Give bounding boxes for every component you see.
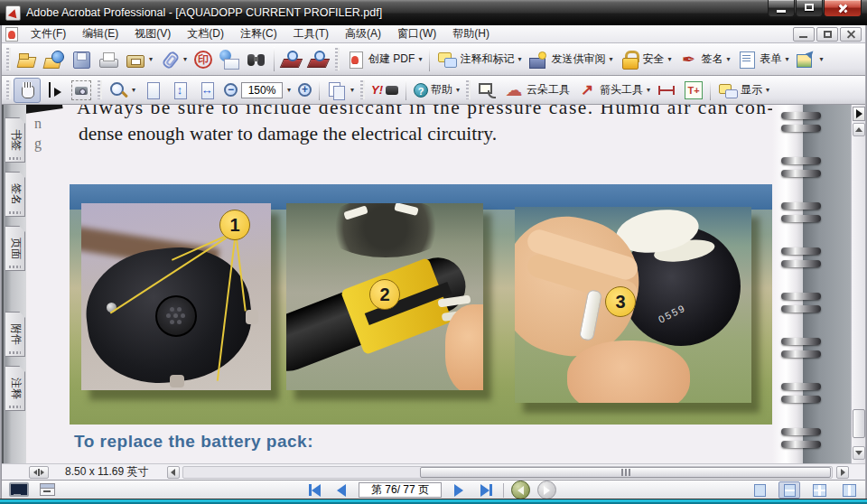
caret-down-icon: ▾: [132, 86, 135, 94]
splitter-bar: [38, 469, 40, 476]
toolbar-grip[interactable]: [6, 80, 11, 99]
email-button[interactable]: [216, 47, 243, 72]
last-page-button[interactable]: [476, 482, 496, 499]
help-button[interactable]: ?帮助▾: [410, 79, 463, 100]
tab-bookmarks[interactable]: 书签: [5, 117, 25, 163]
search-button[interactable]: [243, 47, 270, 72]
page-display-button[interactable]: ▾: [323, 78, 358, 103]
yahoo-search-button[interactable]: Y!: [368, 80, 402, 99]
create-pdf-button[interactable]: 创建 PDF▾: [342, 47, 425, 72]
open-button[interactable]: [14, 47, 41, 72]
secure-button[interactable]: 安全▾: [616, 47, 675, 72]
menu-document[interactable]: 文档(D): [180, 24, 231, 43]
scroll-down-button[interactable]: [853, 446, 865, 460]
callout-badge-1: 1: [219, 210, 250, 240]
export-button[interactable]: ▾: [792, 47, 826, 72]
toolbar-grip[interactable]: [466, 80, 471, 99]
single-page-layout-button[interactable]: [749, 481, 770, 499]
toolbar-grip[interactable]: [360, 80, 365, 99]
document-page-view[interactable]: Always be sure to include desiccant in t…: [26, 105, 851, 463]
horizontal-scroll-thumb[interactable]: [420, 467, 831, 478]
show-comments-button[interactable]: 显示▾: [714, 78, 773, 103]
doc-close-button[interactable]: [840, 27, 862, 42]
toolbar-grip[interactable]: [98, 80, 102, 99]
forms-button[interactable]: 表单▾: [733, 47, 792, 72]
comment-markup-button[interactable]: 注释和标记▾: [434, 47, 525, 72]
tab-comments[interactable]: 注释: [5, 366, 25, 411]
menu-file[interactable]: 文件(F): [23, 24, 73, 43]
seal-stamp-button[interactable]: 印: [191, 48, 216, 71]
scroll-left-button[interactable]: [167, 466, 180, 479]
fit-width-button[interactable]: ↔: [193, 78, 220, 103]
doc-restore-button[interactable]: [816, 27, 838, 42]
separator: [503, 483, 504, 498]
organizer-button[interactable]: ▾: [122, 47, 156, 72]
photo-step-3: 0559 3: [515, 207, 751, 403]
fit-page-button[interactable]: ↕: [166, 78, 193, 103]
scroll-right-button[interactable]: [836, 466, 849, 479]
cloud-tool-button[interactable]: ☁云朵工具: [500, 78, 573, 103]
menu-tools[interactable]: 工具(T): [286, 24, 336, 43]
attach-button[interactable]: ▾: [156, 47, 191, 72]
next-page-button[interactable]: [449, 482, 469, 499]
save-floppy-icon: [71, 50, 91, 70]
search-comments-button[interactable]: [305, 47, 332, 72]
arrow-tool-button[interactable]: ↗箭头工具▾: [573, 78, 654, 103]
tab-label: 注释: [7, 378, 23, 399]
menu-window[interactable]: 窗口(W): [390, 24, 443, 43]
reading-mode-icon[interactable]: [9, 482, 27, 498]
forms-label: 表单: [760, 51, 781, 67]
zoom-level-dropdown[interactable]: ▾: [283, 83, 294, 97]
scroll-up-button[interactable]: [853, 123, 865, 136]
horizontal-scroll-track[interactable]: [182, 466, 833, 479]
doc-minimize-button[interactable]: [793, 27, 815, 42]
review-tracker-button[interactable]: [278, 47, 305, 72]
print-button[interactable]: [95, 47, 122, 72]
minimize-button[interactable]: [768, 0, 795, 17]
save-button[interactable]: [68, 47, 95, 72]
open-web-button[interactable]: [41, 47, 68, 72]
zoom-out-button[interactable]: −: [220, 80, 241, 99]
first-page-button[interactable]: [304, 482, 324, 499]
sign-button[interactable]: ✒签名▾: [675, 47, 733, 72]
tab-signatures[interactable]: 签名: [5, 172, 25, 217]
menu-comments[interactable]: 注释(C): [233, 24, 284, 43]
zoom-in-button[interactable]: +: [294, 80, 315, 99]
menu-help[interactable]: 帮助(H): [445, 24, 497, 43]
continuous-layout-button[interactable]: [778, 481, 800, 499]
toolbar-grip[interactable]: [6, 48, 11, 70]
vertical-scrollbar[interactable]: [851, 105, 865, 463]
menu-view[interactable]: 视图(V): [127, 24, 178, 43]
toolbar-grip[interactable]: [335, 48, 340, 70]
window-pane-icon[interactable]: [40, 483, 55, 496]
actual-size-button[interactable]: [139, 78, 166, 103]
pane-splitter-button[interactable]: [853, 107, 865, 121]
pane-splitter-toggle[interactable]: [29, 466, 49, 479]
close-button[interactable]: [824, 0, 862, 17]
previous-page-button[interactable]: [331, 482, 351, 499]
snapshot-tool-button[interactable]: [68, 78, 95, 103]
previous-view-button[interactable]: [511, 481, 530, 499]
facing-layout-button[interactable]: [838, 481, 860, 499]
minus-circle-icon: −: [224, 83, 238, 97]
callout-tool-button[interactable]: [473, 78, 500, 103]
menu-edit[interactable]: 编辑(E): [75, 24, 126, 43]
send-review-button[interactable]: 发送供审阅▾: [525, 47, 616, 72]
continuous-facing-layout-button[interactable]: [808, 481, 830, 499]
tab-pages[interactable]: 页面: [5, 226, 25, 271]
textbox-tool-button[interactable]: T+: [681, 79, 706, 102]
acrobat-app-icon[interactable]: [5, 5, 21, 21]
restore-button[interactable]: [796, 0, 823, 17]
pdf-document-icon[interactable]: [5, 27, 18, 42]
page-number-input[interactable]: [359, 482, 442, 498]
hand-tool-button[interactable]: [14, 78, 41, 103]
title-bar[interactable]: Adobe Acrobat Professional - [AQUADOPP C…: [0, 0, 867, 25]
select-tool-button[interactable]: [41, 78, 68, 103]
measure-tool-button[interactable]: [654, 78, 681, 103]
vertical-scroll-thumb[interactable]: [853, 409, 865, 438]
menu-advanced[interactable]: 高级(A): [338, 24, 388, 43]
next-view-button[interactable]: [537, 481, 556, 499]
zoom-tool-button[interactable]: ▾: [105, 78, 139, 103]
tab-attachments[interactable]: 附件: [5, 312, 25, 357]
zoom-level-input[interactable]: [241, 82, 283, 98]
